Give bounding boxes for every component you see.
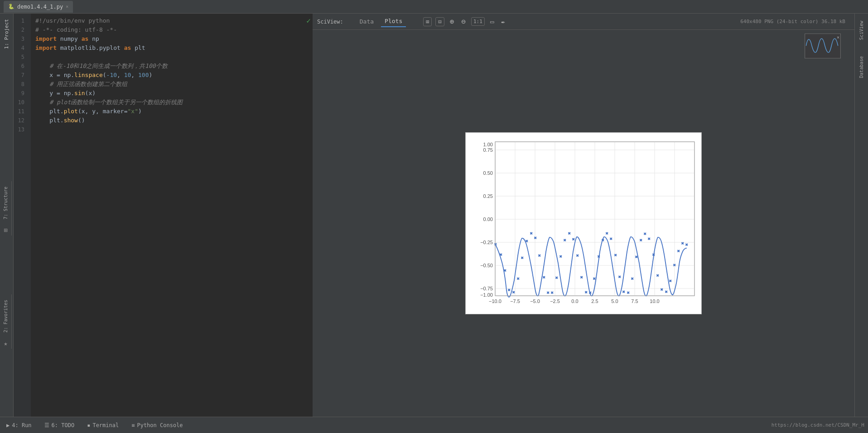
svg-text:×: × xyxy=(530,231,532,236)
todo-label: 6: TODO xyxy=(52,422,75,428)
sidebar-item-favorites[interactable]: 2: Favorites xyxy=(3,296,8,336)
python-console-tab[interactable]: ≡ Python Console xyxy=(129,420,185,430)
thumbnail-close-button[interactable]: × xyxy=(837,35,839,40)
sciview-toolbar: SciView: Data Plots ⊞ ⊟ ⊕ ⊖ 1:1 ▭ ✒ 640x… xyxy=(313,14,854,30)
structure-icon: ⊞ xyxy=(4,226,7,234)
plot-thumbnail: × xyxy=(805,34,841,58)
code-line-1: #!/usr/bin/env python xyxy=(35,16,308,25)
checkmark-icon: ✓ xyxy=(306,16,311,25)
svg-text:×: × xyxy=(610,236,612,241)
sciview-tab-plots[interactable]: Plots xyxy=(381,16,406,27)
svg-text:−0.25: −0.25 xyxy=(480,240,493,245)
fit-window-button[interactable]: ⊞ xyxy=(423,17,432,26)
svg-text:10.0: 10.0 xyxy=(650,298,659,304)
svg-text:×: × xyxy=(656,273,659,278)
svg-text:×: × xyxy=(512,290,515,294)
svg-text:×: × xyxy=(627,290,629,295)
svg-text:×: × xyxy=(547,290,549,295)
sidebar-item-sciview[interactable]: SciView xyxy=(859,17,864,43)
code-line-9: y = np.sin(x) xyxy=(35,89,308,98)
svg-text:×: × xyxy=(568,231,570,236)
svg-text:×: × xyxy=(572,237,574,241)
svg-text:−5.0: −5.0 xyxy=(530,298,540,304)
svg-text:×: × xyxy=(665,289,667,294)
svg-text:×: × xyxy=(602,238,604,242)
svg-text:×: × xyxy=(526,239,528,243)
svg-text:1.00: 1.00 xyxy=(483,142,493,147)
code-content[interactable]: #!/usr/bin/env python # -*- coding: utf-… xyxy=(31,14,313,417)
svg-text:5.0: 5.0 xyxy=(611,298,618,304)
svg-text:×: × xyxy=(640,238,642,242)
svg-text:0.25: 0.25 xyxy=(483,193,493,199)
svg-text:×: × xyxy=(517,276,519,281)
line-numbers: 1234 5678 9101112 13 xyxy=(14,14,31,417)
image-info: 640x480 PNG (24-bit color) 36.18 kB xyxy=(740,19,845,24)
favorites-sidebar: 2: Favorites ★ xyxy=(0,294,12,349)
rect-select-button[interactable]: ▭ xyxy=(488,17,496,26)
code-line-10: # plot函数绘制一个数组关于另一个数组的折线图 xyxy=(35,98,308,107)
code-line-6: # 在-10和10之间生成一个数列，共100个数 xyxy=(35,62,308,71)
sidebar-item-database[interactable]: Database xyxy=(859,53,864,82)
svg-text:×: × xyxy=(585,290,587,294)
file-tab[interactable]: 🐍 demo1.4.4_1.py × xyxy=(4,1,73,13)
svg-text:2.5: 2.5 xyxy=(591,298,598,304)
terminal-label: Terminal xyxy=(92,422,119,428)
right-sidebar: SciView Database xyxy=(854,14,868,417)
terminal-tab[interactable]: ▪ Terminal xyxy=(84,420,121,430)
svg-text:×: × xyxy=(598,254,600,259)
code-line-4: import matplotlib.pyplot as plt xyxy=(35,43,308,53)
console-label: Python Console xyxy=(137,422,183,428)
sidebar-item-project[interactable]: 1: Project xyxy=(4,15,10,53)
sciview-content: × xyxy=(313,30,854,417)
svg-text:×: × xyxy=(652,252,655,257)
sciview-tab-data[interactable]: Data xyxy=(356,16,377,27)
svg-text:×: × xyxy=(504,268,506,273)
svg-text:×: × xyxy=(648,236,650,241)
python-file-icon: 🐍 xyxy=(8,4,14,10)
svg-text:×: × xyxy=(534,236,536,240)
main-plot: 0.00 0.25 0.50 0.75 −0.25 −0.50 −0.75 1.… xyxy=(465,132,702,314)
terminal-icon: ▪ xyxy=(87,422,90,428)
todo-icon: ☰ xyxy=(44,422,49,428)
sidebar-item-structure[interactable]: 7: Structure xyxy=(3,183,8,223)
svg-text:×: × xyxy=(614,253,617,257)
svg-text:×: × xyxy=(677,249,680,253)
editor-area: 1234 5678 9101112 13 #!/usr/bin/env pyth… xyxy=(14,14,313,417)
svg-text:×: × xyxy=(538,253,540,258)
actual-size-button[interactable]: 1:1 xyxy=(471,17,485,26)
sciview-title: SciView: xyxy=(317,19,343,25)
run-label: 4: Run xyxy=(12,422,31,428)
svg-text:×: × xyxy=(500,252,502,257)
run-play-icon: ▶ xyxy=(6,422,10,428)
code-editor[interactable]: 1234 5678 9101112 13 #!/usr/bin/env pyth… xyxy=(14,14,313,417)
tab-close-button[interactable]: × xyxy=(66,4,68,9)
svg-text:×: × xyxy=(589,290,591,295)
svg-text:×: × xyxy=(508,288,510,292)
tab-bar: 🐍 demo1.4.4_1.py × xyxy=(0,0,868,14)
svg-text:−1.00: −1.00 xyxy=(480,292,493,298)
code-line-8: # 用正弦函数创建第二个数组 xyxy=(35,80,308,89)
console-icon: ≡ xyxy=(131,422,135,428)
zoom-out-button[interactable]: ⊖ xyxy=(459,16,468,27)
svg-text:×: × xyxy=(551,290,553,295)
zoom-in-button[interactable]: ⊕ xyxy=(448,16,456,27)
eyedropper-button[interactable]: ✒ xyxy=(499,17,506,26)
svg-text:0.0: 0.0 xyxy=(571,298,578,304)
svg-text:×: × xyxy=(644,231,646,236)
svg-text:×: × xyxy=(555,275,558,280)
svg-text:×: × xyxy=(631,276,633,281)
svg-text:×: × xyxy=(635,255,637,259)
code-line-7: x = np.linspace(-10, 10, 100) xyxy=(35,71,308,80)
code-line-2: # -*- coding: utf-8 -*- xyxy=(35,25,308,34)
structure-sidebar: 7: Structure ⊞ xyxy=(0,181,12,236)
svg-text:×: × xyxy=(593,276,595,281)
svg-text:×: × xyxy=(681,241,684,245)
tab-filename: demo1.4.4_1.py xyxy=(17,4,63,10)
svg-text:×: × xyxy=(580,275,583,279)
svg-text:×: × xyxy=(494,242,497,246)
run-tab[interactable]: ▶ 4: Run xyxy=(4,420,34,430)
code-line-11: plt.plot(x, y, marker="x") xyxy=(35,107,308,116)
todo-tab[interactable]: ☰ 6: TODO xyxy=(42,420,77,430)
code-line-3: import numpy as np xyxy=(35,34,308,43)
grid-button[interactable]: ⊟ xyxy=(435,17,444,26)
